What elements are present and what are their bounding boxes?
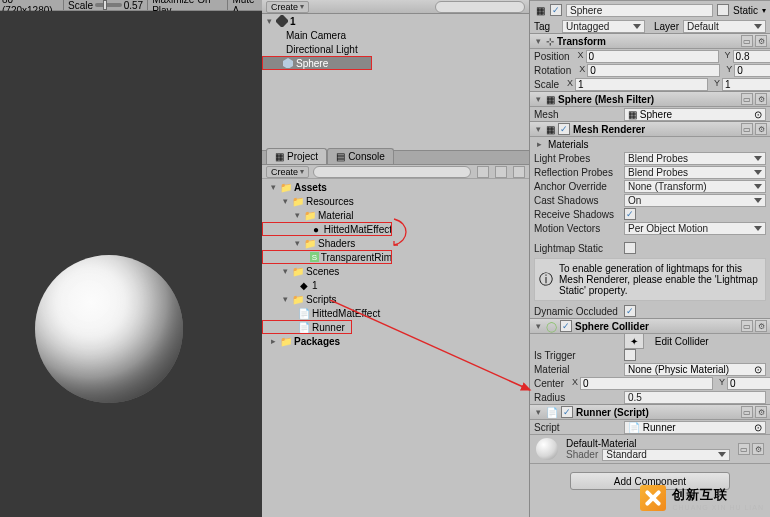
script-field[interactable]: 📄 Runner⊙ [624, 421, 766, 434]
position-label: Position [534, 51, 570, 62]
radius-input[interactable] [624, 391, 766, 404]
pos-x[interactable] [586, 50, 719, 63]
dynamicoccluded-label: Dynamic Occluded [534, 306, 620, 317]
folder-icon: 📁 [292, 195, 304, 207]
shader-dropdown[interactable]: Standard [602, 449, 730, 461]
folder-material[interactable]: ▾📁Material [262, 208, 529, 222]
transform-header[interactable]: ▾⊹Transform▭⚙ [530, 34, 770, 49]
materials-label[interactable]: Materials [548, 139, 589, 150]
meshfilter-header[interactable]: ▾▦Sphere (Mesh Filter)▭⚙ [530, 92, 770, 107]
lightmapstatic-label: Lightmap Static [534, 243, 620, 254]
anchor-dropdown[interactable]: None (Transform) [624, 180, 766, 193]
static-label: Static [733, 5, 758, 16]
scale-y[interactable] [722, 78, 770, 91]
center-x[interactable] [580, 377, 713, 390]
hierarchy-search[interactable] [435, 1, 525, 13]
game-toolbar: 80 (720x1280) Scale 0.57 Maximize On Pla… [0, 0, 262, 11]
meshrenderer-header[interactable]: ▾▦✓Mesh Renderer▭⚙ [530, 122, 770, 137]
unity-scene-icon [276, 15, 288, 27]
asset-scene[interactable]: ◆1 [262, 278, 529, 292]
motionvectors-dropdown[interactable]: Per Object Motion [624, 222, 766, 235]
folder-shaders[interactable]: ▾📁Shaders [262, 236, 529, 250]
scene-row[interactable]: ▾ 1 [262, 14, 529, 28]
filter-icon[interactable] [477, 166, 489, 178]
scale-x[interactable] [575, 78, 708, 91]
mesh-label: Mesh [534, 109, 620, 120]
transform-icon: ⊹ [546, 36, 554, 47]
runner-checkbox[interactable]: ✓ [561, 406, 573, 418]
static-checkbox[interactable] [717, 4, 729, 16]
hidden-icon[interactable] [513, 166, 525, 178]
csharp-icon: 📄 [298, 321, 310, 333]
docs-icon[interactable]: ▭ [741, 35, 753, 47]
material-name: Default-Material [566, 438, 637, 449]
tab-project[interactable]: ▦Project [266, 148, 327, 164]
gear-icon[interactable]: ⚙ [755, 35, 767, 47]
hierarchy-item[interactable]: Directional Light [262, 42, 529, 56]
material-preview[interactable]: Default-Material ShaderStandard ▭⚙ [530, 434, 770, 464]
rot-y[interactable] [734, 64, 770, 77]
tag-dropdown[interactable]: Untagged [562, 20, 645, 33]
info-icon: ⓘ [539, 271, 553, 289]
favorite-icon[interactable] [495, 166, 507, 178]
mesh-asset-icon: ▦ [628, 109, 637, 120]
rotation-label: Rotation [534, 65, 571, 76]
receiveshadows-checkbox[interactable]: ✓ [624, 208, 636, 220]
istrigger-label: Is Trigger [534, 350, 620, 361]
editcollider-button[interactable]: ✦ [624, 333, 644, 349]
mesh-field[interactable]: ▦ Sphere⊙ [624, 108, 766, 121]
scale-slider[interactable] [95, 3, 122, 7]
reflectionprobes-dropdown[interactable]: Blend Probes [624, 166, 766, 179]
gameobject-name-input[interactable] [566, 4, 713, 17]
folder-scripts[interactable]: ▾📁Scripts [262, 292, 529, 306]
folder-icon: 📁 [280, 181, 292, 193]
radius-label: Radius [534, 392, 620, 403]
project-tree[interactable]: ▾📁Assets ▾📁Resources ▾📁Material ●HittedM… [262, 179, 529, 517]
collider-header[interactable]: ▾◯✓Sphere Collider▭⚙ [530, 319, 770, 334]
asset-script[interactable]: 📄HittedMatEffect [262, 306, 529, 320]
motionvectors-label: Motion Vectors [534, 223, 620, 234]
layer-dropdown[interactable]: Default [683, 20, 766, 33]
asset-transparentrim[interactable]: STransparentRim [262, 250, 392, 264]
center-y[interactable] [727, 377, 770, 390]
game-viewport [0, 11, 262, 517]
unity-scene-icon: ◆ [298, 279, 310, 291]
project-search[interactable] [313, 166, 471, 178]
tab-console[interactable]: ▤Console [327, 148, 394, 164]
lightprobes-label: Light Probes [534, 153, 620, 164]
asset-runner-script[interactable]: 📄Runner [262, 320, 352, 334]
watermark-logo: 创新互联CHUANG XIN HU LIAN [640, 485, 764, 511]
runner-header[interactable]: ▾📄✓Runner (Script)▭⚙ [530, 405, 770, 420]
anchor-label: Anchor Override [534, 181, 620, 192]
folder-scenes[interactable]: ▾📁Scenes [262, 264, 529, 278]
reflectionprobes-label: Reflection Probes [534, 167, 620, 178]
shader-label: Shader [566, 449, 598, 460]
hierarchy-item[interactable]: Main Camera [262, 28, 529, 42]
pos-y[interactable] [733, 50, 770, 63]
inspector-panel: ▦ ✓ Static▾ Tag Untagged Layer Default ▾… [530, 0, 770, 517]
castshadows-dropdown[interactable]: On [624, 194, 766, 207]
prefab-icon [282, 57, 294, 69]
asset-hittedmateffect[interactable]: ●HittedMatEffect [262, 222, 392, 236]
physmat-field[interactable]: None (Physic Material)⊙ [624, 363, 766, 376]
logo-icon [640, 485, 666, 511]
lightmapstatic-checkbox[interactable] [624, 242, 636, 254]
lightprobes-dropdown[interactable]: Blend Probes [624, 152, 766, 165]
hierarchy-create-dropdown[interactable]: Create [266, 1, 309, 13]
castshadows-label: Cast Shadows [534, 195, 620, 206]
hierarchy-tree[interactable]: ▾ 1 Main Camera Directional Light Sphere [262, 14, 529, 150]
material-icon: ● [310, 223, 322, 235]
dynamicoccluded-checkbox[interactable]: ✓ [624, 305, 636, 317]
svg-marker-1 [283, 58, 293, 68]
collider-checkbox[interactable]: ✓ [560, 320, 572, 332]
folder-resources[interactable]: ▾📁Resources [262, 194, 529, 208]
renderer-checkbox[interactable]: ✓ [558, 123, 570, 135]
istrigger-checkbox[interactable] [624, 349, 636, 361]
hierarchy-item-sphere[interactable]: Sphere [262, 56, 372, 70]
rot-x[interactable] [587, 64, 720, 77]
folder-icon: 📁 [280, 335, 292, 347]
active-checkbox[interactable]: ✓ [550, 4, 562, 16]
project-create-dropdown[interactable]: Create [266, 166, 309, 178]
folder-assets[interactable]: ▾📁Assets [262, 180, 529, 194]
folder-packages[interactable]: ▸📁Packages [262, 334, 529, 348]
